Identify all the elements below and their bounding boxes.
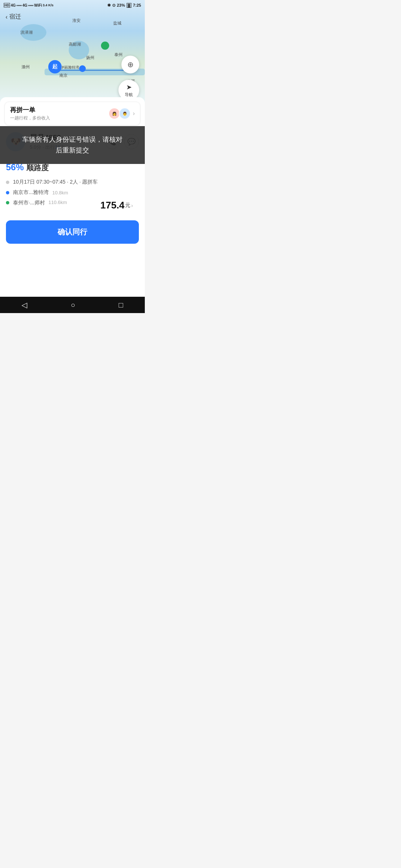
- status-bar: HD 4G ▪▪▪▪ 4G ▪▪▪▪ WiFi 3.4 K/s ✱ ⊙ 23% …: [0, 0, 145, 10]
- map-area[interactable]: 淮安 洪泽湖 盐城 高邮湖 扬州 泰州 滁州 南京 禅师村 大地·伊丽雅特湾 南…: [0, 0, 145, 104]
- bluetooth-icon: ✱: [107, 3, 111, 8]
- waypoint-dot: [101, 42, 109, 50]
- carpool-avatars: 👩 👨: [108, 108, 131, 119]
- mid-marker: [79, 65, 86, 72]
- trip-details: 10月17日 07:30~07:45 · 2人 · 愿拼车 南京市...雅特湾 …: [0, 176, 145, 216]
- status-speed: 3.4 K/s: [43, 3, 53, 7]
- nav-recents-button[interactable]: □: [111, 298, 130, 312]
- battery-level: 23%: [117, 3, 125, 7]
- price-value: 175.4: [100, 200, 124, 211]
- status-time: 7:25: [133, 3, 141, 7]
- price-unit: 元: [125, 202, 130, 209]
- dot-green-icon: [6, 201, 9, 204]
- map-label-nanjing: 南京: [59, 73, 68, 78]
- avatar-2: 👨: [119, 108, 131, 119]
- map-label-gaoyouhu: 高邮湖: [69, 42, 81, 47]
- location-status-icon: ⊙: [112, 3, 115, 8]
- dot-blue-icon: [6, 191, 9, 194]
- status-signal2: ▪▪▪▪: [28, 3, 33, 7]
- trip-dest-row: 泰州市·...师村 110.6km 175.4 元 ›: [6, 200, 139, 206]
- status-wifi: WiFi: [34, 3, 42, 7]
- map-label-yangzhou: 扬州: [86, 55, 94, 60]
- location-button[interactable]: ⊕: [121, 56, 139, 73]
- toast-message: 车辆所有人身份证号错误，请核对后重新提交: [11, 134, 134, 156]
- nav-home-button[interactable]: ○: [63, 298, 82, 312]
- trip-willpool: 愿拼车: [82, 179, 98, 185]
- status-signal1: ▪▪▪▪: [16, 3, 22, 7]
- avatar-1: 👩: [108, 108, 120, 119]
- carpool-subtitle: 一趟行程，多份收入: [10, 115, 50, 121]
- carpool-chevron: ›: [133, 110, 135, 117]
- toast-overlay: 车辆所有人身份证号错误，请核对后重新提交: [0, 126, 145, 164]
- nav-back-button[interactable]: ◁: [14, 297, 35, 312]
- status-4g2: 4G: [23, 3, 27, 7]
- start-marker: 起: [48, 60, 62, 73]
- status-left: HD 4G ▪▪▪▪ 4G ▪▪▪▪ WiFi 3.4 K/s: [4, 3, 53, 7]
- status-4g1: 4G: [11, 3, 16, 7]
- map-label-yancheng: 盐城: [113, 20, 121, 26]
- carpool-right: 👩 👨 ›: [108, 108, 135, 119]
- trip-origin: 南京市...雅特湾: [13, 189, 49, 196]
- trip-datetime-row: 10月17日 07:30~07:45 · 2人 · 愿拼车: [6, 179, 139, 185]
- trip-origin-dist: 10.8km: [52, 190, 68, 195]
- status-right: ✱ ⊙ 23% ▓ 7:25: [107, 3, 141, 8]
- nav-label: 导航: [125, 92, 133, 98]
- location-icon: ⊕: [127, 60, 134, 69]
- price-block: 175.4 元 ›: [100, 200, 133, 211]
- back-button[interactable]: ‹ 宿迁: [6, 13, 21, 21]
- back-arrow-icon: ‹: [6, 14, 7, 20]
- map-label-hongzehu: 洪泽湖: [20, 30, 33, 35]
- status-hd: HD: [4, 3, 10, 7]
- dot-grey-icon: [6, 181, 9, 184]
- map-label-chuzhou: 滁州: [22, 64, 30, 70]
- trip-routes: 南京市...雅特湾 10.8km 泰州市·...师村 110.6km 175.4…: [6, 189, 139, 206]
- price-chevron: ›: [131, 203, 133, 208]
- carpool-banner-text: 再拼一单 一趟行程，多份收入: [10, 106, 50, 121]
- degree-label: 顺路度: [26, 164, 49, 172]
- trip-datetime: 10月17日 07:30~07:45 · 2人 · 愿拼车: [13, 179, 98, 185]
- trip-people: 2人: [70, 179, 78, 185]
- carpool-banner[interactable]: 再拼一单 一趟行程，多份收入 👩 👨 ›: [4, 102, 140, 125]
- trip-dest-dist: 110.6km: [49, 200, 67, 205]
- map-label-huaian: 淮安: [72, 18, 81, 23]
- trip-dest: 泰州市·...师村: [13, 200, 45, 206]
- battery-icon: ▓: [127, 3, 131, 8]
- carpool-title: 再拼一单: [10, 106, 50, 114]
- trip-origin-row: 南京市...雅特湾 10.8km: [6, 189, 139, 196]
- back-label: 宿迁: [9, 13, 21, 21]
- nav-arrow-icon: ➤: [126, 83, 132, 91]
- confirm-button[interactable]: 确认同行: [6, 220, 139, 244]
- bottom-navigation: ◁ ○ □: [0, 297, 145, 313]
- trip-date-time: 10月17日 07:30~07:45: [13, 179, 65, 185]
- map-label-taizhou: 泰州: [114, 52, 123, 57]
